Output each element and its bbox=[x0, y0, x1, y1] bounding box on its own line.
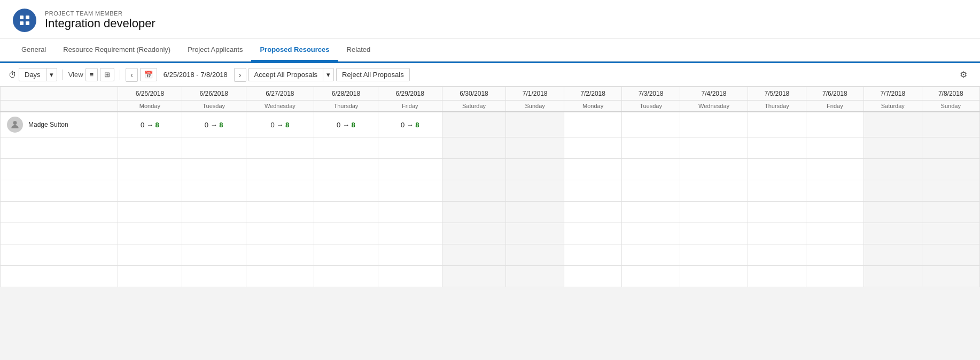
calendar-icon: 📅 bbox=[144, 71, 153, 79]
date-header-3: 6/28/2018 bbox=[314, 87, 378, 101]
cell-0-11 bbox=[806, 112, 864, 137]
cell-to: 8 bbox=[415, 121, 419, 129]
day-header-1: Tuesday bbox=[182, 101, 246, 112]
accept-proposals-dropdown[interactable]: ▾ bbox=[323, 68, 334, 81]
avatar bbox=[7, 117, 23, 133]
date-header-7: 7/2/2018 bbox=[564, 87, 621, 101]
day-header-0: Monday bbox=[118, 101, 182, 112]
cell-from: 0 bbox=[337, 121, 340, 129]
cell-0-5 bbox=[442, 112, 506, 137]
day-header-7: Monday bbox=[564, 101, 621, 112]
clock-icon: ⏱ bbox=[9, 70, 17, 79]
accept-btn-group: Accept All Proposals ▾ bbox=[248, 68, 335, 81]
prev-button[interactable]: ‹ bbox=[126, 68, 138, 82]
cell-0-10 bbox=[748, 112, 806, 137]
header-icon bbox=[13, 9, 36, 32]
cell-0-4: 0 → 8 bbox=[378, 112, 442, 137]
grid-view-button[interactable]: ⊞ bbox=[100, 68, 114, 81]
cell-0-1: 0 → 8 bbox=[182, 112, 246, 137]
accept-proposals-button[interactable]: Accept All Proposals bbox=[248, 68, 323, 81]
day-header-9: Wednesday bbox=[680, 101, 748, 112]
tab-proposed-resources[interactable]: Proposed Resources bbox=[251, 39, 338, 62]
table-row-empty-3 bbox=[1, 180, 980, 202]
reject-proposals-button[interactable]: Reject All Proposals bbox=[336, 68, 410, 81]
table-row-empty-6 bbox=[1, 244, 980, 266]
date-header-5: 6/30/2018 bbox=[442, 87, 506, 101]
separator-1 bbox=[63, 70, 63, 80]
settings-button[interactable]: ⚙ bbox=[955, 67, 971, 82]
tab-related[interactable]: Related bbox=[338, 39, 379, 62]
cell-0-8 bbox=[622, 112, 680, 137]
view-label: View bbox=[68, 71, 83, 79]
day-header-13: Sunday bbox=[922, 101, 979, 112]
date-header-8: 7/3/2018 bbox=[622, 87, 680, 101]
table-row-empty-7 bbox=[1, 266, 980, 287]
date-header-4: 6/29/2018 bbox=[378, 87, 442, 101]
name-col-header bbox=[1, 87, 118, 101]
date-header-10: 7/5/2018 bbox=[748, 87, 806, 101]
date-header-13: 7/8/2018 bbox=[922, 87, 979, 101]
toolbar: ⏱ Days ▾ View ≡ ⊞ ‹ 📅 6/25/2018 - 7/8/20… bbox=[0, 63, 980, 87]
date-header-6: 7/1/2018 bbox=[506, 87, 564, 101]
table-row-empty-5 bbox=[1, 223, 980, 244]
days-btn-group: Days ▾ bbox=[19, 68, 57, 81]
resource-name: Madge Sutton bbox=[28, 121, 68, 128]
cell-0-13 bbox=[922, 112, 979, 137]
day-header-8: Tuesday bbox=[622, 101, 680, 112]
day-header-5: Saturday bbox=[442, 101, 506, 112]
resource-name-cell: Madge Sutton bbox=[1, 112, 118, 137]
cell-0-6 bbox=[506, 112, 564, 137]
cell-from: 0 bbox=[141, 121, 144, 129]
cell-from: 0 bbox=[270, 121, 274, 129]
name-col-day bbox=[1, 101, 118, 112]
table-row-empty-4 bbox=[1, 202, 980, 223]
day-header-6: Sunday bbox=[506, 101, 564, 112]
person-icon bbox=[10, 119, 20, 130]
date-header-1: 6/26/2018 bbox=[182, 87, 246, 101]
svg-rect-2 bbox=[20, 21, 24, 25]
next-button[interactable]: › bbox=[234, 68, 246, 82]
tab-general[interactable]: General bbox=[13, 39, 55, 62]
day-header-2: Wednesday bbox=[246, 101, 314, 112]
table-row-empty-2 bbox=[1, 159, 980, 180]
cell-from: 0 bbox=[401, 121, 405, 129]
cell-0-2: 0 → 8 bbox=[246, 112, 314, 137]
cell-0-9 bbox=[680, 112, 748, 137]
list-view-button[interactable]: ≡ bbox=[85, 68, 98, 81]
separator-2 bbox=[120, 70, 120, 80]
date-header-12: 7/7/2018 bbox=[864, 87, 922, 101]
day-header-4: Friday bbox=[378, 101, 442, 112]
arrow-icon: → bbox=[146, 121, 155, 129]
header-subtitle: PROJECT TEAM MEMBER bbox=[45, 10, 155, 17]
cell-to: 8 bbox=[285, 121, 289, 129]
cell-from: 0 bbox=[205, 121, 208, 129]
svg-point-4 bbox=[13, 121, 17, 125]
arrow-icon: → bbox=[407, 121, 416, 129]
days-dropdown-button[interactable]: ▾ bbox=[46, 68, 57, 81]
tabs-bar: General Resource Requirement (Readonly) … bbox=[0, 39, 980, 62]
tab-resource-requirement[interactable]: Resource Requirement (Readonly) bbox=[55, 39, 179, 62]
days-button[interactable]: Days bbox=[19, 68, 46, 81]
cell-0-12 bbox=[864, 112, 922, 137]
calendar-button[interactable]: 📅 bbox=[140, 68, 157, 81]
date-header-11: 7/6/2018 bbox=[806, 87, 864, 101]
day-header-11: Friday bbox=[806, 101, 864, 112]
date-header-2: 6/27/2018 bbox=[246, 87, 314, 101]
day-header-row: Monday Tuesday Wednesday Thursday Friday… bbox=[1, 101, 980, 112]
header-text: PROJECT TEAM MEMBER Integration develope… bbox=[45, 10, 155, 30]
cell-0-3: 0 → 8 bbox=[314, 112, 378, 137]
svg-rect-3 bbox=[26, 21, 29, 25]
header-title: Integration developer bbox=[45, 17, 155, 30]
day-header-12: Saturday bbox=[864, 101, 922, 112]
day-header-10: Thursday bbox=[748, 101, 806, 112]
day-header-3: Thursday bbox=[314, 101, 378, 112]
date-range: 6/25/2018 - 7/8/2018 bbox=[159, 71, 232, 79]
resource-grid: 6/25/2018 6/26/2018 6/27/2018 6/28/2018 … bbox=[0, 87, 980, 287]
grid-container: ⏱ Days ▾ View ≡ ⊞ ‹ 📅 6/25/2018 - 7/8/20… bbox=[0, 62, 980, 287]
date-header-0: 6/25/2018 bbox=[118, 87, 182, 101]
arrow-icon: → bbox=[343, 121, 352, 129]
table-row-empty-1 bbox=[1, 137, 980, 159]
cell-0-7 bbox=[564, 112, 621, 137]
page-header: PROJECT TEAM MEMBER Integration develope… bbox=[0, 0, 980, 39]
tab-project-applicants[interactable]: Project Applicants bbox=[179, 39, 251, 62]
